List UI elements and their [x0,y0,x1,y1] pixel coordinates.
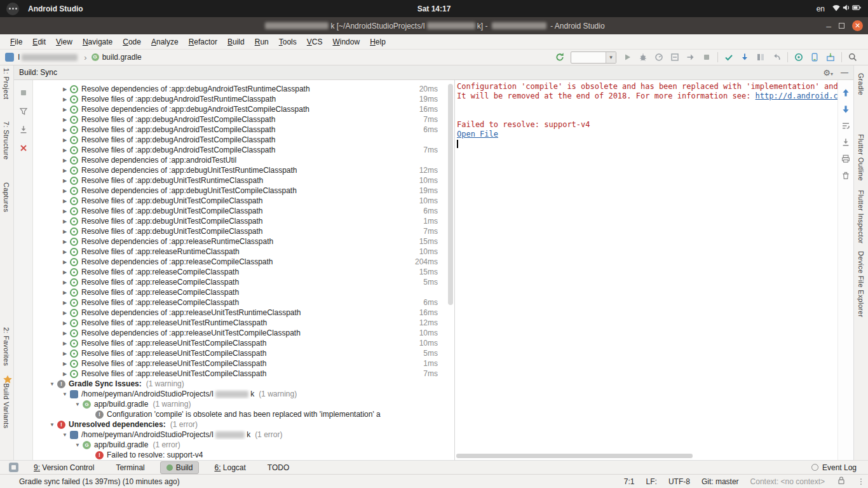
collapsed-arrow-icon[interactable]: ▶ [60,341,69,346]
tree-row[interactable]: ▶Resolve dependencies of :app:debugUnitT… [33,186,454,196]
collapsed-arrow-icon[interactable]: ▶ [60,290,69,295]
tree-row[interactable]: ▶Resolve dependencies of :app:releaseCom… [33,257,454,267]
combo-dropdown-arrow-icon[interactable]: ▾ [606,52,616,63]
collapsed-arrow-icon[interactable]: ▶ [60,158,69,163]
activities-button[interactable] [6,3,19,15]
close-button[interactable]: ✕ [852,20,863,31]
expand-all-icon[interactable] [18,125,29,135]
settings-gear-icon[interactable]: ⚙▾ [823,68,833,78]
tree-row[interactable]: ▼/home/peyman/AndroidStudioProjects/Ik(1… [33,430,454,440]
collapsed-arrow-icon[interactable]: ▶ [60,188,69,194]
console-horizontal-scrollbar[interactable] [456,454,693,458]
volume-icon[interactable] [841,3,851,13]
line-separator-indicator[interactable]: LF: [646,477,657,486]
commit-icon[interactable] [724,52,734,62]
tool-button-7-structure[interactable]: 7: Structure [3,121,10,159]
collapsed-arrow-icon[interactable]: ▶ [60,320,69,326]
tree-row[interactable]: ▶Resolve files of :app:releaseUnitTestCo… [33,369,454,379]
sdk-manager-icon[interactable] [825,52,836,62]
tool-button-flutter-outline[interactable]: Flutter Outline [857,134,865,181]
stop-icon[interactable] [702,52,712,62]
hide-panel-icon[interactable]: — [841,68,848,77]
clear-all-icon[interactable] [841,170,851,180]
menu-item-file[interactable]: File [5,36,27,48]
tree-row[interactable]: ▶Resolve files of :app:releaseUnitTestCo… [33,348,454,358]
breadcrumb-file[interactable]: build.gradle [102,53,142,62]
tree-row[interactable]: ▶Resolve files of :app:debugUnitTestComp… [33,206,454,216]
breadcrumb[interactable]: I › build.gradle [18,53,142,62]
collapsed-arrow-icon[interactable]: ▶ [60,371,69,377]
menu-item-build[interactable]: Build [222,36,250,48]
collapsed-arrow-icon[interactable]: ▶ [60,351,69,356]
tree-row[interactable]: ▶Resolve files of :app:debugAndroidTestC… [33,135,454,145]
tree-row[interactable]: Failed to resolve: support-v4 [33,450,454,460]
menu-item-refactor[interactable]: Refactor [184,36,222,48]
battery-icon[interactable] [851,3,862,13]
collapsed-arrow-icon[interactable]: ▶ [60,137,69,143]
expanded-arrow-icon[interactable]: ▼ [48,381,57,387]
tree-row[interactable]: ▶Resolve dependencies of :app:debugUnitT… [33,165,454,175]
tree-row[interactable]: ▶Resolve files of :app:debugAndroidTestC… [33,145,454,155]
collapsed-arrow-icon[interactable]: ▶ [60,249,69,255]
tree-row[interactable]: ▶Resolve dependencies of :app:debugAndro… [33,104,454,114]
collapsed-arrow-icon[interactable]: ▶ [60,361,69,367]
tree-row[interactable]: ▶Resolve files of :app:releaseUnitTestCo… [33,338,454,348]
collapsed-arrow-icon[interactable]: ▶ [60,107,69,112]
profile-icon[interactable] [654,52,664,62]
scroll-up-icon[interactable] [841,88,851,98]
system-tray-icons[interactable] [831,3,862,15]
tree-row[interactable]: ▼Gradle Sync Issues:(1 warning) [33,379,454,389]
tool-button-2-favorites[interactable]: 2: Favorites [3,327,10,366]
menu-item-run[interactable]: Run [250,36,274,48]
collapsed-arrow-icon[interactable]: ▶ [60,86,69,92]
tool-window-switcher-icon[interactable] [9,463,18,472]
tree-row[interactable]: ▶Resolve dependencies of :app:debugAndro… [33,84,454,94]
attach-debugger-icon[interactable] [686,52,696,62]
tool-button-captures[interactable]: Captures [3,182,10,212]
collapsed-arrow-icon[interactable]: ▶ [60,269,69,275]
collapsed-arrow-icon[interactable]: ▶ [60,229,69,234]
run-configuration-select[interactable]: ▾ [571,51,616,64]
tool-button-flutter-inspector[interactable]: Flutter Inspector [857,190,865,244]
tool-button-device-file-explorer[interactable]: Device File Explorer [857,251,865,317]
tool-button-gradle[interactable]: Gradle [857,73,865,95]
collapsed-arrow-icon[interactable]: ▶ [60,239,69,245]
tool-tab-todo[interactable]: TODO [261,461,295,474]
tree-row[interactable]: ▼Unresolved dependencies:(1 error) [33,419,454,430]
menu-item-code[interactable]: Code [118,36,146,48]
window-title-bar[interactable]: k [~/AndroidStudioProjects/Ik] - - Andro… [0,17,868,34]
menu-item-view[interactable]: View [51,36,78,48]
tree-row[interactable]: ▼app/build.gradle(1 warning) [33,399,454,409]
minimize-button[interactable]: – [826,23,831,29]
inspections-icon[interactable] [794,52,804,62]
tree-row[interactable]: ▶Resolve files of :app:releaseUnitTestCo… [33,358,454,369]
collapsed-arrow-icon[interactable]: ▶ [60,127,69,133]
collapsed-arrow-icon[interactable]: ▶ [60,147,69,153]
tree-row[interactable]: ▶Resolve files of :app:releaseCompileCla… [33,297,454,308]
maximize-button[interactable] [839,23,844,29]
tree-row[interactable]: ▶Resolve dependencies of :app:androidTes… [33,155,454,165]
system-clock[interactable]: Sat 14:17 [0,4,868,13]
avd-manager-icon[interactable] [810,52,820,62]
keyboard-layout-indicator[interactable]: en [817,4,825,13]
expanded-arrow-icon[interactable]: ▼ [60,432,69,438]
collapsed-arrow-icon[interactable]: ▶ [60,117,69,123]
tree-row[interactable]: ▶Resolve files of :app:releaseCompileCla… [33,287,454,297]
collapsed-arrow-icon[interactable]: ▶ [60,198,69,204]
lock-icon[interactable] [836,475,846,487]
menu-item-vcs[interactable]: VCS [302,36,328,48]
tool-tab-6-logcat[interactable]: 6: Logcat [208,461,252,474]
collapsed-arrow-icon[interactable]: ▶ [60,280,69,285]
menu-item-window[interactable]: Window [327,36,365,48]
menu-item-tools[interactable]: Tools [274,36,302,48]
tool-button-1-project[interactable]: 1: Project [3,68,10,99]
collapsed-arrow-icon[interactable]: ▶ [60,208,69,214]
vcs-branch-indicator[interactable]: Git: master [702,477,739,486]
tree-row[interactable]: ▶Resolve files of :app:debugUnitTestComp… [33,226,454,236]
tool-button-build-variants[interactable]: Build Variants [3,383,10,428]
tree-scrollbar[interactable] [448,84,453,305]
tree-row[interactable]: ▼/home/peyman/AndroidStudioProjects/Ik(1… [33,389,454,399]
tree-row[interactable]: ▶Resolve files of :app:debugUnitTestRunt… [33,175,454,186]
expanded-arrow-icon[interactable]: ▼ [73,402,82,407]
menu-item-analyze[interactable]: Analyze [146,36,184,48]
